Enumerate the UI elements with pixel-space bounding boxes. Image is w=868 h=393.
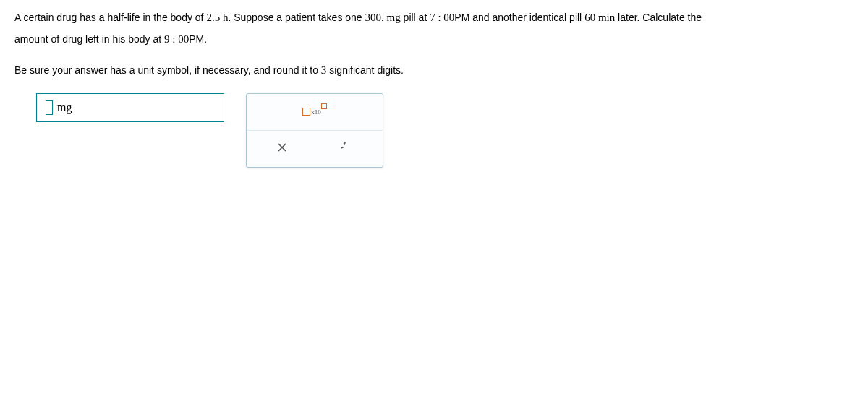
question-text: A certain drug has a half-life in the bo… xyxy=(14,9,854,80)
text-fragment: amount of drug left in his body at xyxy=(14,33,164,45)
question-line-1: A certain drug has a half-life in the bo… xyxy=(14,9,854,27)
text-fragment: pill at xyxy=(401,12,430,23)
scientific-notation-icon: x10 xyxy=(302,108,327,116)
question-line-3: Be sure your answer has a unit symbol, i… xyxy=(14,61,854,80)
interval-value: 60 min xyxy=(584,12,615,23)
answer-unit-label: mg xyxy=(57,101,72,114)
dose-value: 300. mg xyxy=(365,12,401,23)
text-fragment: Be sure your answer has a unit symbol, i… xyxy=(14,64,321,76)
reset-button[interactable] xyxy=(329,138,365,160)
clear-button[interactable] xyxy=(264,138,300,160)
time2-value: 9 : 00 xyxy=(164,33,189,45)
scientific-notation-button[interactable]: x10 xyxy=(297,101,333,123)
answer-value-placeholder[interactable] xyxy=(46,100,53,115)
time1-value: 7 : 00 xyxy=(430,12,454,23)
tools-row-1: x10 xyxy=(247,94,383,130)
tools-row-2 xyxy=(247,130,383,167)
text-fragment: A certain drug has a half-life in the bo… xyxy=(14,12,206,23)
text-fragment: PM. xyxy=(189,33,207,45)
text-fragment: PM and another identical pill xyxy=(454,12,584,23)
text-fragment: significant digits. xyxy=(326,64,404,76)
tools-panel: x10 xyxy=(246,93,383,168)
question-area: A certain drug has a half-life in the bo… xyxy=(0,0,868,176)
undo-arrow-icon xyxy=(341,142,353,155)
text-fragment: later. Calculate the xyxy=(615,12,702,23)
question-line-2: amount of drug left in his body at 9 : 0… xyxy=(14,30,854,49)
answer-row: mg x10 xyxy=(36,93,854,168)
answer-input-box[interactable]: mg xyxy=(36,93,224,122)
x-icon xyxy=(276,142,288,155)
text-fragment: . Suppose a patient takes one xyxy=(228,12,365,23)
halflife-value: 2.5 h xyxy=(206,12,228,23)
